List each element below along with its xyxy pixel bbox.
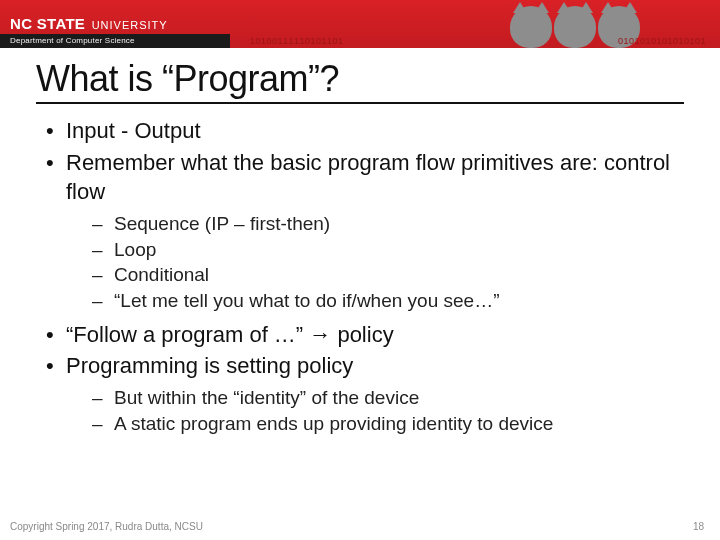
department-bar: Department of Computer Science [0, 34, 230, 48]
logo-main-text: NC STATE [10, 15, 85, 32]
sub-bullet-item: “Let me tell you what to do if/when you … [66, 288, 684, 314]
sub-bullet-item: Sequence (IP – first-then) [66, 211, 684, 237]
binary-decoration-1: 10100111110101101 [250, 36, 344, 46]
bullet-list: Input - Output Remember what the basic p… [36, 116, 684, 436]
slide-header: NC STATE UNIVERSITY Department of Comput… [0, 0, 720, 48]
slide-body: What is “Program”? Input - Output Rememb… [0, 48, 720, 436]
wolf-icon [510, 6, 552, 48]
bullet-item: “Follow a program of …” → policy [36, 320, 684, 350]
sub-bullet-list: Sequence (IP – first-then) Loop Conditio… [66, 211, 684, 314]
sub-bullet-item: A static program ends up providing ident… [66, 411, 684, 437]
copyright-text: Copyright Spring 2017, Rudra Dutta, NCSU [10, 521, 203, 532]
slide-title: What is “Program”? [36, 58, 684, 104]
sub-bullet-item: Conditional [66, 262, 684, 288]
page-number: 18 [693, 521, 704, 532]
bullet-item: Remember what the basic program flow pri… [36, 148, 684, 314]
slide-footer: Copyright Spring 2017, Rudra Dutta, NCSU… [10, 521, 704, 532]
logo-sub-text: UNIVERSITY [92, 19, 168, 31]
sub-bullet-item: But within the “identity” of the device [66, 385, 684, 411]
wolf-icon [554, 6, 596, 48]
binary-decoration-2: 0101010101010101 [618, 36, 706, 46]
bullet-item: Programming is setting policy But within… [36, 351, 684, 436]
sub-bullet-item: Loop [66, 237, 684, 263]
sub-bullet-list: But within the “identity” of the device … [66, 385, 684, 436]
bullet-item: Input - Output [36, 116, 684, 146]
